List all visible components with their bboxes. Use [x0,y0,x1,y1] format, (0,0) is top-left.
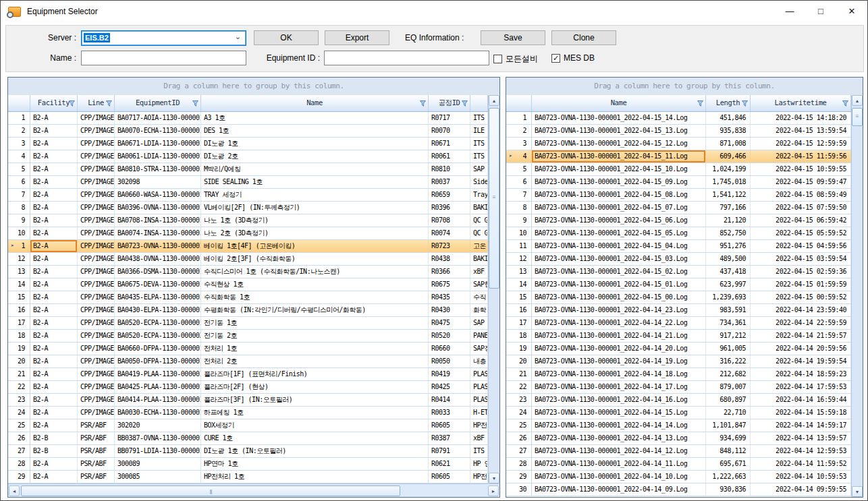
cell[interactable]: BA0723-OVNA-1130-000001_2022-04-14_12.Lo… [532,445,706,457]
row-number[interactable]: 5 [8,163,30,175]
cell[interactable]: BA0070-ECHA-1130-000001 [115,125,201,137]
table-row[interactable]: 9B2-ACPP/IMAGEBA0708-INSA-1130-000001나노 … [8,214,488,227]
cell[interactable]: H-ET [470,407,488,419]
minimize-button[interactable]: — [774,1,805,22]
cell[interactable]: BA0723-OVNA-1130-000001_2022-04-15_13.Lo… [532,125,706,137]
cell[interactable]: 2022-04-14 13:59:57 [751,432,851,444]
cell[interactable]: B2-A [30,407,78,419]
table-row[interactable]: 6BA0723-OVNA-1130-000001_2022-04-15_09.L… [506,176,851,189]
cell[interactable]: 930,836 [706,483,751,496]
cell[interactable]: CPP/IMAGE [78,343,115,355]
row-number[interactable]: 15 [506,291,532,303]
cell[interactable]: CPP/IMAGE [78,163,115,175]
cell[interactable]: BA0723-OVNA-1130-000001_2022-04-15_05.Lo… [532,227,706,239]
cell[interactable]: BA0030-ECHA-1130-000001 [115,407,201,419]
column-header-lastwritetime[interactable]: Lastwritetime [751,95,851,111]
cell[interactable]: 나노 2호 (3D측정기) [201,227,429,239]
cell[interactable]: B2-A [30,368,78,380]
cell[interactable]: 내층 [470,355,488,367]
cell[interactable]: 고온 [470,240,488,252]
row-number[interactable]: 28 [506,458,532,470]
table-row[interactable]: 20BA0723-OVNA-1130-000001_2022-04-14_19.… [506,355,851,368]
cell[interactable]: BA0708-INSA-1130-000001 [115,214,201,227]
cell[interactable]: R0605 [429,419,470,432]
cell[interactable]: SIDE SEALING 1호 [201,176,429,188]
column-header-facility[interactable]: Facility [30,95,78,111]
cell[interactable]: BA0723-OVNA-1130-000001_2022-04-14_17.Lo… [532,381,706,393]
cell[interactable]: 316,222 [706,355,751,367]
cell[interactable]: 2022-04-15 04:59:56 [751,240,851,252]
cell[interactable]: ITS [470,445,488,457]
cell[interactable]: 212,682 [706,368,751,380]
row-number[interactable]: 3 [8,138,30,150]
filter-icon[interactable] [420,100,426,107]
row-number[interactable]: 9 [8,214,30,227]
table-row[interactable]: 22B2-ACPP/IMAGEBA0425-PLAA-1130-000001플라… [8,381,488,394]
row-number[interactable]: 3 [506,138,532,150]
cell[interactable]: R0425 [429,381,470,393]
cell[interactable]: R0438 [429,253,470,265]
cell[interactable]: BA0419-PLAA-1130-000001 [115,368,201,380]
cell[interactable]: BA0414-PLAA-1130-000001 [115,394,201,406]
cell[interactable]: 22,710 [706,407,751,419]
cell[interactable]: BA0723-OVNA-1130-000001_2022-04-15_03.Lo… [532,253,706,265]
cell[interactable]: 1,024,199 [706,163,751,175]
cell[interactable]: R0074 [429,227,470,239]
table-row[interactable]: 7BA0723-OVNA-1130-000001_2022-04-15_08.L… [506,189,851,202]
column-header-name[interactable]: Name [201,95,429,111]
cell[interactable]: HP 연 [470,458,488,470]
cell[interactable]: 2022-04-14 15:59:18 [751,407,851,419]
cell[interactable]: B2-B [30,445,78,457]
ok-button[interactable]: OK [254,30,319,45]
table-row[interactable]: 21B2-ACPP/IMAGEBA0419-PLAA-1130-000001플라… [8,368,488,381]
cell[interactable]: 2022-04-14 22:59:59 [751,317,851,329]
cell[interactable]: 2022-04-15 07:59:50 [751,202,851,214]
table-row[interactable]: 10BA0723-OVNA-1130-000001_2022-04-15_05.… [506,227,851,240]
table-row[interactable]: 30BA0723-OVNA-1130-000001_2022-04-14_09.… [506,483,851,496]
cell[interactable]: 베이킹 2호[3F] (수직화학동) [201,253,429,265]
table-row[interactable]: 28B2-APSR/ABF300089HP연마 1호R0621HP 연 [8,458,488,471]
cell[interactable]: B2-A [30,394,78,406]
cell[interactable]: B2-A [30,214,78,227]
table-row[interactable]: 29BA0723-OVNA-1130-000001_2022-04-14_10.… [506,471,851,483]
table-row[interactable]: 18BA0723-OVNA-1130-000001_2022-04-14_21.… [506,330,851,343]
cell[interactable]: 하프에칭 1호 [201,407,429,419]
cell[interactable]: CPP/IMAGE [78,278,115,291]
table-row[interactable]: 1B2-ACPP/IMAGEBA0717-AOIA-1130-000001A3 … [8,112,488,125]
save-button[interactable]: Save [481,30,545,45]
cell[interactable]: 2022-04-14 18:59:23 [751,368,851,380]
row-number[interactable]: 8 [8,202,30,214]
cell[interactable]: CURE 1호 [201,432,429,444]
cell[interactable]: PSR/ABF [78,445,115,457]
cell[interactable]: 302098 [115,176,201,188]
cell[interactable]: 489,500 [706,253,751,265]
cell[interactable]: 680,897 [706,394,751,406]
cell[interactable]: B2-A [30,304,78,316]
table-row[interactable]: 13B2-ACPP/IMAGEBA0366-DSMA-1130-000001수직… [8,266,488,278]
table-row[interactable]: 24BA0723-OVNA-1130-000001_2022-04-14_15.… [506,407,851,419]
cell[interactable]: BA0723-OVNA-1130-000001_2022-04-14_19.Lo… [532,355,706,367]
cell[interactable]: BA0520-ECPA-1130-000002 [115,330,201,342]
row-number[interactable]: 10 [506,227,532,239]
cell[interactable]: 2022-04-14 16:59:44 [751,394,851,406]
cell[interactable]: 2022-04-15 00:59:52 [751,291,851,303]
cell[interactable]: CPP/IMAGE [78,317,115,329]
table-row[interactable]: 24B2-ACPP/IMAGEBA0030-ECHA-1130-000001하프… [8,407,488,419]
cell[interactable]: 21,120 [706,214,751,227]
cell[interactable]: HP전 [470,471,488,483]
cell[interactable]: B2-A [30,458,78,470]
cell[interactable]: 2022-04-14 20:59:56 [751,343,851,355]
row-number[interactable]: 12 [8,253,30,265]
cell[interactable]: BA0671-LDIA-1130-000001 [115,138,201,150]
table-row[interactable]: 16BA0723-OVNA-1130-000001_2022-04-14_23.… [506,304,851,317]
row-number[interactable]: 22 [506,381,532,393]
table-row[interactable]: 5B2-ACPP/IMAGEBA0810-STRA-1130-000001M박리… [8,163,488,176]
cell[interactable]: R0708 [429,214,470,227]
cell[interactable]: ITS [470,138,488,150]
cell[interactable]: BA0723-OVNA-1130-000001_2022-04-15_04.Lo… [532,240,706,252]
cell[interactable]: SAP현 [470,278,488,291]
cell[interactable]: QC G [470,227,488,239]
row-number[interactable]: 19 [506,343,532,355]
row-number[interactable]: 8 [506,202,532,214]
cell[interactable]: 623,997 [706,278,751,291]
